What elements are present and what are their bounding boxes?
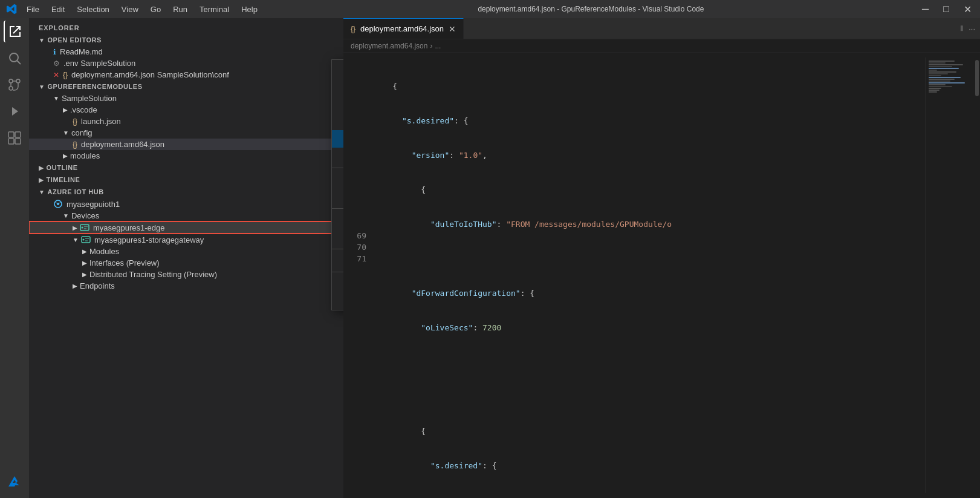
context-menu-start-receiving[interactable]: Start Receiving C2D Message bbox=[332, 148, 343, 165]
activity-explorer-icon[interactable] bbox=[4, 21, 25, 42]
folder-vscode[interactable]: ▶ .vscode bbox=[29, 104, 343, 116]
context-menu-send-c2d[interactable]: Send C2D Message to Device bbox=[332, 77, 343, 95]
vscode-logo-icon bbox=[6, 4, 17, 15]
svg-line-12 bbox=[59, 201, 61, 203]
breadcrumb-separator: › bbox=[430, 42, 432, 50]
context-menu-generate-sas[interactable]: Generate SAS Token for Device bbox=[332, 188, 343, 206]
section-azure-iot[interactable]: ▼ AZURE IOT HUB bbox=[29, 186, 343, 198]
section-timeline[interactable]: ▶ TIMELINE bbox=[29, 174, 343, 186]
interfaces-folder[interactable]: ▶ Interfaces (Preview) bbox=[29, 257, 343, 269]
context-menu-invoke-method[interactable]: Invoke Device Direct Method bbox=[332, 95, 343, 113]
chevron-right-icon: ▶ bbox=[82, 271, 87, 278]
svg-point-14 bbox=[82, 227, 83, 229]
devices-folder[interactable]: ▼ Devices bbox=[29, 210, 343, 221]
file-launchjson-label: launch.json bbox=[81, 117, 121, 126]
menu-terminal[interactable]: Terminal bbox=[195, 4, 234, 15]
tab-actions: ⫴ ··· bbox=[960, 18, 980, 39]
titlebar-left: File Edit Selection View Go Run Terminal… bbox=[6, 4, 262, 15]
close-button[interactable]: ✕ bbox=[961, 4, 974, 15]
activity-debug-icon[interactable] bbox=[4, 100, 25, 122]
endpoints-folder[interactable]: ▶ Endpoints bbox=[29, 280, 343, 292]
gear-icon: ⚙ bbox=[53, 59, 60, 68]
tab-deployment-amd64[interactable]: {} deployment.amd64.json ✕ bbox=[343, 18, 464, 39]
distributed-tracing-folder-label: Distributed Tracing Setting (Preview) bbox=[89, 270, 217, 279]
hub-item[interactable]: myasegpuioth1 bbox=[29, 198, 343, 210]
folder-samplesolution[interactable]: ▼ SampleSolution bbox=[29, 93, 343, 104]
maximize-button[interactable]: □ bbox=[941, 4, 952, 15]
close-icon: ✕ bbox=[53, 71, 59, 79]
tab-close-button[interactable]: ✕ bbox=[449, 24, 456, 34]
menu-help[interactable]: Help bbox=[236, 4, 262, 15]
minimize-button[interactable]: ─ bbox=[920, 4, 931, 15]
menu-view[interactable]: View bbox=[117, 4, 143, 15]
svg-point-10 bbox=[57, 203, 59, 205]
svg-rect-7 bbox=[8, 139, 14, 144]
code-editor[interactable]: { "s.desired": { "ersion": "1.0", { "dul… bbox=[374, 57, 926, 493]
breadcrumb-file: deployment.amd64.json bbox=[351, 42, 427, 50]
section-outline[interactable]: ▶ OUTLINE bbox=[29, 162, 343, 174]
menu-go[interactable]: Go bbox=[146, 4, 166, 15]
device-storage[interactable]: ▼ myasegpures1-storagegateway bbox=[29, 234, 343, 246]
open-editor-deployment-label: deployment.amd64.json SampleSolution\con… bbox=[71, 70, 229, 79]
modules-folder[interactable]: ▶ Modules bbox=[29, 246, 343, 257]
activity-extensions-icon[interactable] bbox=[4, 127, 25, 149]
activity-azure-icon[interactable] bbox=[4, 471, 25, 493]
context-menu-edit-twin[interactable]: Edit Device Twin bbox=[332, 113, 343, 130]
context-menu-start-monitoring[interactable]: Start Monitoring Built-in Event Endpoint bbox=[332, 130, 343, 148]
chevron-right-icon: ▶ bbox=[63, 106, 68, 113]
activity-source-control-icon[interactable] bbox=[4, 74, 25, 96]
svg-line-11 bbox=[55, 201, 57, 203]
more-actions-icon[interactable]: ··· bbox=[969, 24, 975, 33]
menu-file[interactable]: File bbox=[22, 4, 44, 15]
folder-modules[interactable]: ▶ modules bbox=[29, 150, 343, 162]
folder-config[interactable]: ▼ config bbox=[29, 127, 343, 139]
svg-point-4 bbox=[9, 79, 13, 83]
open-editor-deployment[interactable]: ✕ {} deployment.amd64.json SampleSolutio… bbox=[29, 69, 343, 80]
context-menu-get-device-info[interactable]: Get Device Info bbox=[332, 211, 343, 229]
scrollbar-thumb[interactable] bbox=[975, 60, 979, 96]
chevron-down-icon: ▼ bbox=[39, 189, 45, 195]
section-gpu-modules[interactable]: ▼ GPUREFERENCEMODULES bbox=[29, 80, 343, 93]
menu-run[interactable]: Run bbox=[168, 4, 192, 15]
section-open-editors-label: OPEN EDITORS bbox=[47, 36, 102, 44]
section-azure-iot-label: AZURE IOT HUB bbox=[47, 188, 103, 195]
device-storage-icon bbox=[81, 235, 91, 244]
device-edge[interactable]: ▶ myasegpures1-edge bbox=[29, 221, 343, 234]
svg-rect-8 bbox=[15, 139, 21, 144]
tab-label: deployment.amd64.json bbox=[360, 24, 444, 33]
context-menu-generate-code[interactable]: Generate Code bbox=[332, 171, 343, 188]
folder-config-label: config bbox=[71, 128, 92, 137]
open-editor-readme[interactable]: ℹ ReadMe.md bbox=[29, 46, 343, 57]
menu-selection[interactable]: Selection bbox=[72, 4, 114, 15]
context-menu-copy-connection-string[interactable]: Copy Device Connection String bbox=[332, 229, 343, 246]
context-menu-send-d2c[interactable]: Send D2C Message to IoT Hub bbox=[332, 60, 343, 77]
file-launchjson[interactable]: {} launch.json bbox=[29, 116, 343, 127]
bracket-icon: {} bbox=[63, 71, 68, 79]
svg-point-3 bbox=[16, 79, 20, 83]
file-deployment-amd64[interactable]: {} deployment.amd64.json bbox=[29, 139, 343, 150]
tab-icon: {} bbox=[351, 25, 355, 33]
breadcrumb: deployment.amd64.json › ... bbox=[343, 39, 980, 53]
context-menu-separator-2 bbox=[332, 208, 343, 209]
device-edge-label: myasegpures1-edge bbox=[93, 223, 165, 232]
chevron-right-icon: ▶ bbox=[63, 152, 68, 159]
info-icon: ℹ bbox=[53, 48, 56, 56]
chevron-right-icon: ▶ bbox=[73, 283, 77, 289]
distributed-tracing-folder[interactable]: ▶ Distributed Tracing Setting (Preview) bbox=[29, 269, 343, 280]
open-editor-env[interactable]: ⚙ .env SampleSolution bbox=[29, 57, 343, 69]
folder-vscode-label: .vscode bbox=[70, 105, 97, 114]
context-menu-create-deployment[interactable]: Create Deployment for Single Device bbox=[332, 275, 343, 292]
context-menu-delete-device[interactable]: Delete Device bbox=[332, 252, 343, 269]
section-open-editors[interactable]: ▼ OPEN EDITORS bbox=[29, 34, 343, 46]
sidebar: EXPLORER ▼ OPEN EDITORS ℹ ReadMe.md ⚙ .e… bbox=[29, 18, 343, 498]
menu-edit[interactable]: Edit bbox=[47, 4, 70, 15]
split-editor-icon[interactable]: ⫴ bbox=[960, 24, 964, 33]
open-editor-env-label: .env SampleSolution bbox=[63, 59, 135, 68]
context-menu-separator-4 bbox=[332, 272, 343, 272]
vertical-scrollbar[interactable] bbox=[974, 57, 980, 493]
svg-line-1 bbox=[18, 61, 21, 65]
context-menu-setup-simulator[interactable]: Setup IoT Edge Simulator bbox=[332, 292, 343, 310]
activity-search-icon[interactable] bbox=[4, 47, 25, 69]
endpoints-folder-label: Endpoints bbox=[80, 281, 115, 290]
modules-folder-label: Modules bbox=[89, 247, 119, 256]
